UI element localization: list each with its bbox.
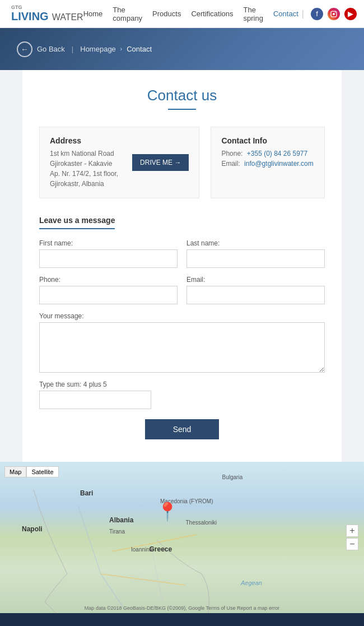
zoom-in-button[interactable]: + [346,525,358,537]
message-section: Leave us a message First name: Last name… [39,215,325,439]
map-label-ioannina: Ioannina [131,546,152,553]
nav-products[interactable]: Products [152,10,181,18]
nav-company[interactable]: The company [113,6,142,22]
first-name-input[interactable] [39,249,178,268]
send-button[interactable]: Send [145,419,220,439]
address-title: Address [50,136,132,145]
map-label-tirana: Tirana [109,528,125,535]
address-text: Address 1st km National Road Gjirokaster… [50,136,132,189]
last-name-label: Last name: [186,239,325,247]
social-icons: f ▶ [311,8,357,20]
contact-phone: Phone: +355 (0) 84 26 5977 [221,150,314,157]
form-phone-input[interactable] [39,286,178,304]
map-background: Map Satellite Ionian Sea Aegean Napoli B… [0,462,364,613]
map-zoom: + − [346,525,358,550]
main-content: Contact us Address 1st km National Road … [22,70,342,462]
logo-living: LIVING [11,10,49,23]
contact-info-title: Contact Info [221,136,314,145]
nav-links: Home The company Products Certifications… [83,6,298,22]
go-back-label[interactable]: Go Back [37,45,65,53]
zoom-out-button[interactable]: − [346,538,358,550]
logo-water: WATER [52,12,83,22]
svg-text:Aegean: Aegean [240,579,262,586]
map-label-bari: Bari [80,489,93,497]
breadcrumb: ← Go Back | Homepage › Contact [17,41,152,57]
phone-group: Phone: [39,276,178,304]
logo-gtg: GTG [11,5,82,10]
back-button[interactable]: ← [17,41,32,57]
message-heading: Leave us a message [39,216,115,229]
map-pin: 📍 [156,501,179,522]
map-label-thessaloniki: Thessaloniki [186,520,217,526]
first-name-group: First name: [39,239,178,268]
last-name-input[interactable] [186,249,325,268]
nav-home[interactable]: Home [83,10,103,18]
address-box: Address 1st km National Road Gjirokaster… [39,127,199,198]
phone-email-row: Phone: Email: [39,276,325,304]
breadcrumb-current: Contact [127,45,152,53]
svg-line-4 [101,574,185,585]
email-label: Email: [221,160,240,168]
get-in-touch-section: Get in touch EMAIL info@gtglivingwater.c… [0,613,364,626]
email-link[interactable]: info@gtglivinwater.com [244,160,314,168]
map-label-greece: Greece [150,545,172,553]
map-label-albania: Albania [109,516,133,524]
phone-label: Phone: [221,150,242,157]
form-email-input[interactable] [186,286,325,304]
map-label-bulgaria: Bulgaria [222,474,243,480]
navigation: GTG LIVING WATER Home The company Produc… [0,0,364,28]
last-name-group: Last name: [186,239,325,268]
email-group: Email: [186,276,325,304]
captcha-label: Type the sum: 4 plus 5 [39,381,325,388]
address-line1: 1st km National Road Gjirokaster - Kakav… [50,149,132,169]
map-svg: Ionian Sea Aegean [0,462,364,613]
contact-info-box: Contact Info Phone: +355 (0) 84 26 5977 … [211,127,325,198]
facebook-icon[interactable]: f [311,8,323,20]
phone-link[interactable]: +355 (0) 84 26 5977 [247,150,307,157]
captcha-group: Type the sum: 4 plus 5 [39,381,325,409]
message-group: Your message: [39,312,325,373]
svg-line-5 [151,546,162,602]
address-line2: Ap. Nr. 174/2, 1st floor, Gjirokastr, Al… [50,169,132,189]
breadcrumb-separator-1: | [72,45,73,53]
map-label-italy: Napoli [22,525,43,533]
contact-email: Email: info@gtglivinwater.com [221,160,314,168]
svg-point-2 [335,12,336,13]
form-email-label: Email: [186,276,325,284]
svg-point-0 [333,13,335,15]
breadcrumb-home[interactable]: Homepage [80,45,116,53]
message-textarea[interactable] [39,322,325,373]
youtube-icon[interactable]: ▶ [344,8,357,20]
site-logo[interactable]: GTG LIVING WATER [11,5,83,23]
name-row: First name: Last name: [39,239,325,268]
nav-spring[interactable]: The spring [244,6,263,22]
breadcrumb-arrow: › [120,46,122,52]
instagram-icon[interactable] [328,8,340,20]
page-title: Contact us [39,87,325,104]
first-name-label: First name: [39,239,178,247]
map-footer: Map data ©2018 GeoBasis-DE/BKG (©2009), … [85,605,279,611]
message-label: Your message: [39,312,325,320]
captcha-input[interactable] [39,391,151,409]
map-section: Map Satellite Ionian Sea Aegean Napoli B… [0,462,364,613]
form-phone-label: Phone: [39,276,178,284]
nav-contact[interactable]: Contact [273,10,298,18]
drive-me-button[interactable]: DRIVE ME → [132,154,189,171]
contact-top: Address 1st km National Road Gjirokaster… [39,127,325,198]
hero-banner: ← Go Back | Homepage › Contact [0,28,364,70]
title-underline [168,109,196,110]
nav-divider: | [302,9,304,19]
nav-certifications[interactable]: Certifications [191,10,233,18]
